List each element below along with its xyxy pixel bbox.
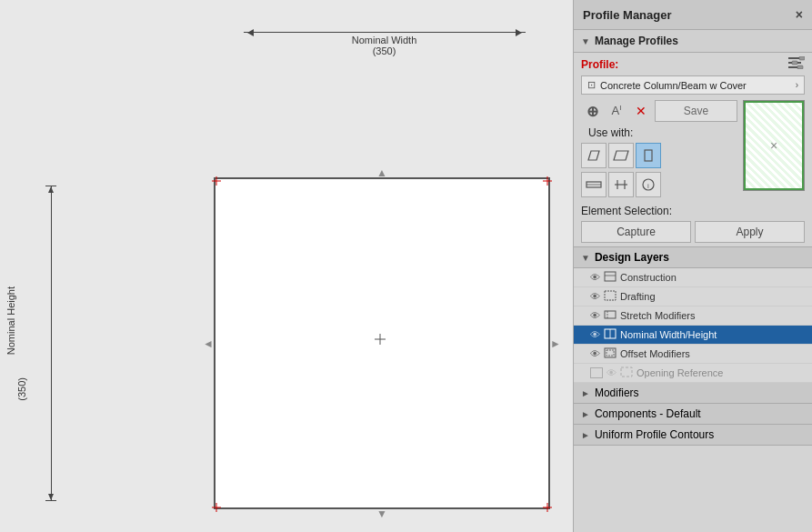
uniform-profile-contours-label: Uniform Profile Contours <box>595 428 714 441</box>
svg-text:i: i <box>647 182 649 190</box>
corner-mark-bl <box>212 502 221 511</box>
components-default-section-header[interactable]: ► Components - Default <box>574 404 812 425</box>
delete-profile-button[interactable]: ✕ <box>630 100 652 122</box>
center-cross <box>375 334 386 347</box>
use-with-info-button[interactable]: i <box>636 172 661 197</box>
layer-icon-nominal <box>604 328 617 341</box>
nominal-width-value: (350) <box>232 45 536 56</box>
svg-rect-30 <box>605 311 616 318</box>
edge-arrow-right: ► <box>550 337 561 350</box>
edge-arrow-left: ◄ <box>203 337 214 350</box>
toolbar-row: ⊕ AI ✕ Save <box>581 100 737 122</box>
profile-chevron-icon: › <box>796 80 798 90</box>
element-selection-label: Element Selection: <box>574 201 812 219</box>
use-with-beam-button[interactable] <box>608 143 634 168</box>
save-button[interactable]: Save <box>655 100 737 122</box>
nominal-width-label: Nominal Width <box>232 35 536 45</box>
edge-arrow-bottom: ▼ <box>376 507 387 520</box>
capture-button[interactable]: Capture <box>581 221 691 243</box>
modifiers-label: Modifiers <box>595 386 639 399</box>
toolbar-area: ⊕ AI ✕ Save Use with: <box>574 96 812 201</box>
layer-name-construction: Construction <box>620 272 677 283</box>
eye-icon-stretch: 👁 <box>590 310 600 321</box>
layer-name-nominal: Nominal Width/Height <box>620 329 717 340</box>
use-with-wall-button[interactable] <box>581 172 606 197</box>
eye-icon-opening: 👁 <box>606 367 617 378</box>
profile-row: Profile: <box>574 53 812 74</box>
nominal-height-label: Nominal Height <box>5 286 16 355</box>
layer-icon-opening <box>620 366 633 379</box>
design-layers-label: Design Layers <box>595 251 669 264</box>
close-button[interactable]: × <box>796 7 803 22</box>
components-arrow: ► <box>581 409 590 419</box>
svg-marker-18 <box>614 151 628 160</box>
use-with-row2: i <box>581 172 737 197</box>
uniform-contours-arrow: ► <box>581 430 590 440</box>
panel-title: Profile Manager <box>583 8 672 22</box>
profile-dropdown[interactable]: ⊡ Concrete Column/Beam w Cover › <box>581 75 805 95</box>
profile-label: Profile: <box>581 58 618 71</box>
preview-pattern: × <box>744 101 804 190</box>
profile-name: Concrete Column/Beam w Cover <box>600 80 796 91</box>
eye-icon-construction: 👁 <box>590 272 600 283</box>
eye-icon-drafting: 👁 <box>590 291 600 302</box>
layer-item-drafting[interactable]: 👁 Drafting <box>574 287 812 306</box>
svg-rect-19 <box>645 150 652 161</box>
manage-profiles-label: Manage Profiles <box>595 35 678 47</box>
layer-item-opening-reference[interactable]: 👁 Opening Reference <box>574 364 812 383</box>
design-layers-header[interactable]: ▼ Design Layers <box>574 246 812 268</box>
manage-profiles-header[interactable]: ▼ Manage Profiles <box>574 30 812 53</box>
checkbox-opening[interactable] <box>590 367 603 378</box>
layer-name-opening: Opening Reference <box>637 367 723 378</box>
use-with-column-button[interactable] <box>636 143 661 168</box>
uniform-profile-contours-section-header[interactable]: ► Uniform Profile Contours <box>574 425 812 446</box>
preview-center-mark: × <box>770 138 777 153</box>
svg-rect-27 <box>605 272 616 281</box>
layer-icon-drafting <box>604 290 617 303</box>
layer-icon-construction <box>604 271 617 284</box>
layer-item-offset-modifiers[interactable]: 👁 Offset Modifiers <box>574 345 812 364</box>
eye-icon-nominal: 👁 <box>590 329 600 340</box>
layer-name-offset: Offset Modifiers <box>620 348 690 359</box>
element-buttons: Capture Apply <box>574 219 812 246</box>
design-layers-arrow: ▼ <box>581 253 590 263</box>
svg-rect-15 <box>792 61 797 65</box>
main-rectangle: ▲ ▼ ◄ ► <box>214 177 550 509</box>
svg-rect-16 <box>797 65 803 69</box>
layer-item-nominal-width-height[interactable]: 👁 Nominal Width/Height <box>574 326 812 345</box>
use-with-row1 <box>581 143 737 170</box>
corner-mark-tr <box>543 176 552 185</box>
eye-icon-offset: 👁 <box>590 348 600 359</box>
modifiers-arrow: ► <box>581 388 590 398</box>
svg-rect-36 <box>621 367 632 376</box>
layer-name-stretch: Stretch Modifiers <box>620 310 696 321</box>
rename-profile-button[interactable]: AI <box>606 100 627 122</box>
layer-item-construction[interactable]: 👁 Construction <box>574 268 812 287</box>
corner-mark-br <box>543 502 552 511</box>
use-with-slab-button[interactable] <box>581 143 606 168</box>
layer-item-stretch-modifiers[interactable]: 👁 Stretch Modifiers <box>574 306 812 326</box>
panel-header: Profile Manager × <box>574 0 812 30</box>
apply-button[interactable]: Apply <box>695 221 805 243</box>
layer-icon-stretch <box>604 309 617 322</box>
svg-rect-14 <box>799 56 805 60</box>
components-default-label: Components - Default <box>595 407 701 420</box>
use-with-mesh-button[interactable] <box>608 172 634 197</box>
nominal-height-value: (350) <box>16 377 27 401</box>
profile-manager-panel: Profile Manager × ▼ Manage Profiles Prof… <box>573 0 812 532</box>
layer-name-drafting: Drafting <box>620 291 656 302</box>
drawing-area: Nominal Width (350) Nominal Height (350) <box>0 0 573 532</box>
svg-rect-35 <box>606 350 614 356</box>
nominal-height-annotation: Nominal Height (350) <box>45 177 56 509</box>
svg-rect-29 <box>605 291 616 300</box>
layer-icon-offset <box>604 347 617 360</box>
add-profile-button[interactable]: ⊕ <box>581 100 603 122</box>
profile-preview: × <box>743 100 805 191</box>
profile-type-icon: ⊡ <box>587 79 596 91</box>
modifiers-section-header[interactable]: ► Modifiers <box>574 383 812 404</box>
corner-mark-tl <box>212 176 221 185</box>
manage-profiles-arrow: ▼ <box>581 36 590 46</box>
layers-list: 👁 Construction 👁 Drafting 👁 Stretch Modi… <box>574 268 812 532</box>
nominal-width-annotation: Nominal Width (350) <box>232 32 536 56</box>
profile-settings-button[interactable] <box>788 56 805 72</box>
